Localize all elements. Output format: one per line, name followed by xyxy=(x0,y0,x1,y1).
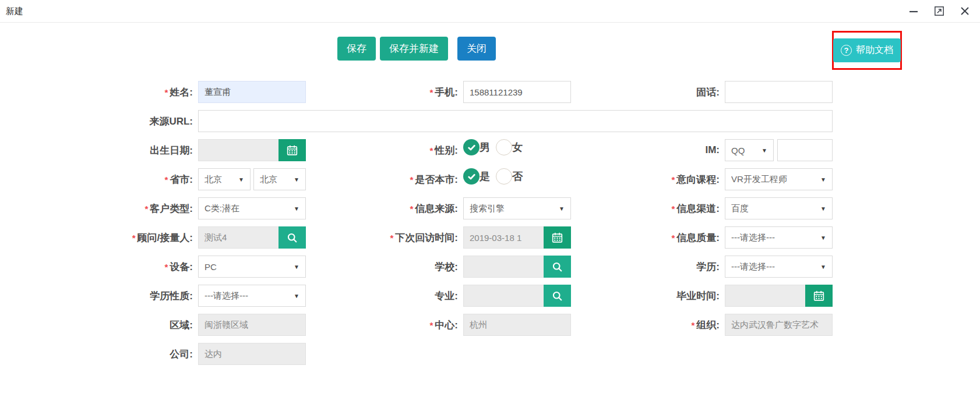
intended-course-select[interactable]: VR开发工程师 ▼ xyxy=(725,168,833,190)
close-icon xyxy=(960,6,970,16)
next-visit-time-label: *下次回访时间: xyxy=(306,231,463,244)
info-quality-select[interactable]: ---请选择--- ▼ xyxy=(725,226,833,249)
chevron-down-icon: ▼ xyxy=(294,264,299,270)
im-type-value: QQ xyxy=(731,146,745,155)
gender-male-label: 男 xyxy=(480,140,490,154)
gender-male-radio[interactable]: 男 xyxy=(463,139,490,155)
is-local-no-radio[interactable]: 否 xyxy=(496,168,523,185)
education-nature-select[interactable]: ---请选择--- ▼ xyxy=(198,285,306,307)
im-label: IM: xyxy=(571,144,725,156)
education-select[interactable]: ---请选择--- ▼ xyxy=(725,256,833,278)
birth-date-input xyxy=(198,139,279,161)
consultant-search-button[interactable] xyxy=(279,226,306,249)
info-channel-label: *信息渠道: xyxy=(571,202,725,215)
form-row: 来源URL: xyxy=(0,110,980,132)
new-customer-form: *姓名: *手机: 固话: 来源URL: 出生日期: *性别: 男 xyxy=(0,81,980,365)
maximize-icon xyxy=(934,6,944,16)
chevron-down-icon: ▼ xyxy=(238,176,244,183)
name-input[interactable] xyxy=(198,81,306,103)
source-url-label: 来源URL: xyxy=(0,115,198,128)
device-select[interactable]: PC ▼ xyxy=(198,256,306,278)
city-select[interactable]: 北京 ▼ xyxy=(253,168,306,190)
center-input xyxy=(463,314,571,336)
calendar-icon xyxy=(552,232,563,243)
next-visit-time-calendar-button[interactable] xyxy=(544,226,571,249)
window-controls xyxy=(908,5,971,17)
chevron-down-icon: ▼ xyxy=(820,264,826,270)
major-search-button[interactable] xyxy=(544,285,571,307)
form-row: *顾问/接量人: *下次回访时间: *信息质量: ---请选择--- ▼ xyxy=(0,226,980,249)
education-label: 学历: xyxy=(571,260,725,274)
chevron-down-icon: ▼ xyxy=(294,205,299,212)
is-local-yes-radio[interactable]: 是 xyxy=(463,168,490,185)
birth-date-label: 出生日期: xyxy=(0,144,198,157)
mobile-input[interactable] xyxy=(463,81,571,103)
region-input xyxy=(198,314,306,336)
gender-female-radio[interactable]: 女 xyxy=(496,139,523,155)
major-input xyxy=(463,285,544,307)
form-row: *客户类型: C类:潜在 ▼ *信息来源: 搜索引擎 ▼ *信息渠道: 百度 ▼ xyxy=(0,197,980,219)
birth-date-calendar-button[interactable] xyxy=(279,139,306,161)
company-label: 公司: xyxy=(0,348,198,361)
search-icon xyxy=(552,290,563,302)
organization-input xyxy=(725,314,833,336)
radio-unchecked-icon xyxy=(496,139,512,155)
chevron-down-icon: ▼ xyxy=(820,176,826,183)
save-button[interactable]: 保存 xyxy=(337,37,376,61)
calendar-icon xyxy=(287,145,298,156)
province-select[interactable]: 北京 ▼ xyxy=(198,168,251,190)
chevron-down-icon: ▼ xyxy=(820,205,826,212)
chevron-down-icon: ▼ xyxy=(820,235,826,241)
name-label: *姓名: xyxy=(0,86,198,99)
gender-female-label: 女 xyxy=(512,140,523,154)
chevron-down-icon: ▼ xyxy=(559,205,565,212)
graduation-time-input xyxy=(725,285,805,307)
info-source-label: *信息来源: xyxy=(306,202,463,215)
radio-checked-icon xyxy=(463,139,480,155)
im-input[interactable] xyxy=(777,139,833,161)
gender-label: *性别: xyxy=(306,144,463,157)
maximize-button[interactable] xyxy=(933,5,945,17)
education-nature-label: 学历性质: xyxy=(0,289,198,303)
gender-radio-group: 男 女 xyxy=(463,139,571,155)
education-nature-value: ---请选择--- xyxy=(205,290,248,302)
help-doc-button[interactable]: ? 帮助文档 xyxy=(833,38,901,62)
dialog-titlebar: 新建 xyxy=(0,0,980,23)
region-label: 区域: xyxy=(0,318,198,332)
organization-label: *组织: xyxy=(571,318,725,332)
is-local-yes-label: 是 xyxy=(480,169,490,183)
annotation-box: ? 帮助文档 xyxy=(832,31,902,70)
customer-type-label: *客户类型: xyxy=(0,202,198,215)
info-source-select[interactable]: 搜索引擎 ▼ xyxy=(463,197,571,219)
school-search-button[interactable] xyxy=(544,256,571,278)
save-and-new-button[interactable]: 保存并新建 xyxy=(380,37,448,61)
info-channel-select[interactable]: 百度 ▼ xyxy=(725,197,833,219)
form-row: 学历性质: ---请选择--- ▼ 专业: 毕业时间: xyxy=(0,285,980,307)
graduation-time-label: 毕业时间: xyxy=(571,289,725,303)
close-form-button[interactable]: 关闭 xyxy=(457,37,496,61)
info-source-value: 搜索引擎 xyxy=(470,203,505,214)
city-value: 北京 xyxy=(260,174,277,185)
chevron-down-icon: ▼ xyxy=(294,176,299,183)
search-icon xyxy=(552,261,563,272)
customer-type-value: C类:潜在 xyxy=(205,203,239,214)
landline-label: 固话: xyxy=(571,86,725,99)
form-row: *省市: 北京 ▼ 北京 ▼ *是否本市: 是 xyxy=(0,168,980,190)
help-doc-label: 帮助文档 xyxy=(856,44,893,56)
graduation-time-calendar-button[interactable] xyxy=(805,285,833,307)
im-type-select[interactable]: QQ ▼ xyxy=(725,139,774,161)
minimize-button[interactable] xyxy=(908,5,919,17)
calendar-icon xyxy=(813,290,824,302)
chevron-down-icon: ▼ xyxy=(762,147,767,154)
dialog-title: 新建 xyxy=(6,6,23,17)
device-value: PC xyxy=(205,262,217,272)
close-button[interactable] xyxy=(959,5,971,17)
consultant-label: *顾问/接量人: xyxy=(0,231,198,244)
landline-input[interactable] xyxy=(725,81,833,103)
source-url-input[interactable] xyxy=(198,110,833,132)
info-channel-value: 百度 xyxy=(731,203,749,214)
action-toolbar: 保存 保存并新建 关闭 ? 帮助文档 xyxy=(0,37,980,61)
minimize-icon xyxy=(909,6,918,16)
customer-type-select[interactable]: C类:潜在 ▼ xyxy=(198,197,306,219)
search-icon xyxy=(287,232,298,243)
